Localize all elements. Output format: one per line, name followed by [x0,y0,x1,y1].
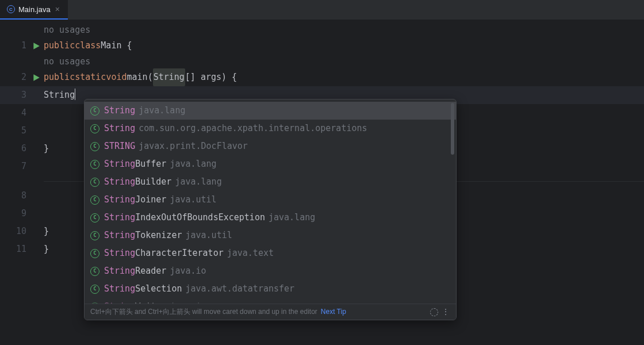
close-icon[interactable]: × [54,5,61,14]
completion-item[interactable]: StringJoinerjava.util [85,191,456,209]
editor-area: 1 2 3 4 5 6 7 8 9 10 11 no usages public… [0,20,644,345]
class-icon [90,106,99,116]
line-number: 1 [21,37,26,55]
typed-text: String [44,86,75,104]
completion-item[interactable]: STRINGjavax.print.DocFlavor [85,137,456,155]
line-number: 9 [21,205,26,223]
class-icon [90,195,99,205]
run-gutter-icon[interactable] [32,74,40,82]
completion-item[interactable]: Stringjava.lang [85,102,456,120]
tab-title: Main.java [18,5,51,14]
inlay-hint[interactable]: no usages [44,53,90,71]
loading-spinner-icon [430,308,438,316]
next-tip-link[interactable]: Next Tip [321,303,346,320]
class-icon [7,5,15,13]
popup-footer: Ctrl+向下箭头 and Ctrl+向上箭头 will move caret … [85,304,456,320]
line-number: 7 [21,158,26,175]
class-icon [90,124,99,133]
autocomplete-popup: Stringjava.lang Stringcom.sun.org.apache… [84,99,457,320]
line-number: 6 [21,140,26,158]
line-number: 10 [16,223,26,240]
line-number: 8 [21,187,26,205]
class-icon [90,231,99,240]
completion-item[interactable]: StringBuilderjava.lang [85,173,456,191]
class-icon [90,267,99,276]
gutter: 1 2 3 4 5 6 7 8 9 10 11 [0,20,44,345]
completion-item[interactable]: StringIndexOutOfBoundsExceptionjava.lang [85,209,456,227]
class-icon [90,302,99,304]
completion-item[interactable]: StringSelectionjava.awt.datatransfer [85,280,456,298]
inlay-hint[interactable]: no usages [44,21,90,39]
class-icon [90,142,99,151]
completion-item[interactable]: StringReaderjava.io [85,262,456,280]
autocomplete-list[interactable]: Stringjava.lang Stringcom.sun.org.apache… [85,99,456,304]
caret [75,89,75,100]
class-icon [90,249,99,258]
completion-item[interactable]: StringWriterjava.io [85,298,456,304]
completion-item[interactable]: Stringcom.sun.org.apache.xpath.internal.… [85,120,456,137]
line-number: 2 [21,68,26,86]
popup-scrollbar[interactable] [451,103,454,155]
completion-item[interactable]: StringBufferjava.lang [85,155,456,173]
class-icon [90,213,99,223]
class-icon [90,160,99,169]
tab-main-java[interactable]: Main.java × [0,0,68,20]
class-icon [90,178,99,187]
completion-item[interactable]: StringCharacterIteratorjava.text [85,244,456,262]
line-number: 3 [21,86,26,104]
footer-hint: Ctrl+向下箭头 and Ctrl+向上箭头 will move caret … [90,303,317,320]
run-gutter-icon[interactable] [32,42,40,50]
class-icon [90,285,99,294]
line-number: 4 [21,104,26,122]
line-number: 5 [21,122,26,140]
code-editor[interactable]: no usages public class Main { no usages … [44,20,644,345]
completion-item[interactable]: StringTokenizerjava.util [85,227,456,244]
line-number: 11 [16,240,26,258]
more-menu-icon[interactable]: ⋮ [442,303,450,320]
tab-bar: Main.java × [0,0,644,20]
